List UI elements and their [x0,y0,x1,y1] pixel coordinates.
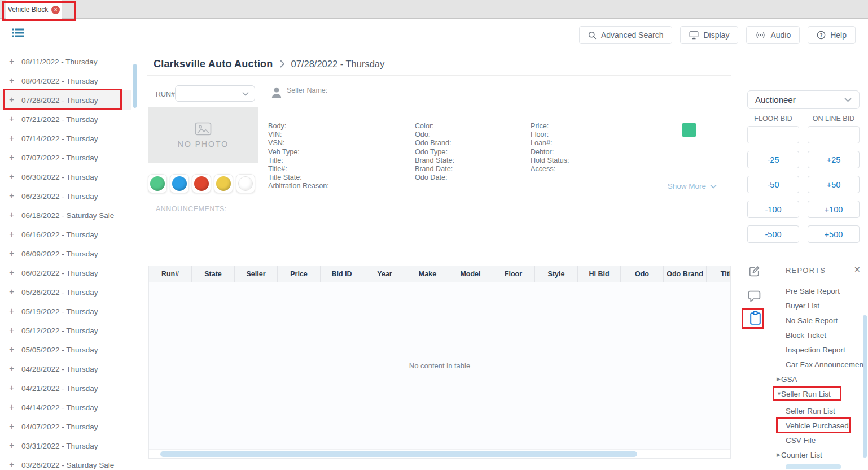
floor-bid-input[interactable] [747,126,799,143]
report-item[interactable]: No Sale Report [772,313,868,328]
report-item[interactable]: CSV File [772,433,868,447]
sidebar-item-sale-date[interactable]: +06/18/2022 - Saturday Sale [0,206,131,225]
run-number-select[interactable] [175,85,255,102]
floor-bid-decrement-button[interactable]: -50 [747,176,799,193]
edit-icon[interactable] [747,264,761,278]
sidebar-item-sale-date[interactable]: +04/14/2022 - Thursday [0,398,131,417]
reports-hscroll-thumb[interactable] [786,464,841,469]
table-column-header[interactable]: Run# [149,266,192,282]
light-button[interactable] [148,174,167,193]
sidebar-item-sale-date[interactable]: +05/26/2022 - Thursday [0,282,131,302]
online-bid-increment-button[interactable]: +500 [808,225,860,243]
sidebar-item-sale-date[interactable]: +06/02/2022 - Thursday [0,263,131,282]
expand-plus-icon[interactable]: + [9,57,21,66]
report-item[interactable]: Inspection Report [772,342,868,357]
sidebar-item-sale-date[interactable]: +06/16/2022 - Thursday [0,225,131,244]
report-group[interactable]: ▶GSA [772,372,868,386]
sidebar-item-sale-date[interactable]: +04/07/2022 - Thursday [0,417,131,436]
report-item[interactable]: Buyer List [772,298,868,313]
sidebar-item-sale-date[interactable]: +07/21/2022 - Thursday [0,110,131,129]
light-button[interactable] [192,174,211,193]
light-button[interactable] [214,174,233,193]
expand-plus-icon[interactable]: + [9,288,21,297]
report-item[interactable]: Pre Sale Report [772,284,868,298]
sidebar-item-sale-date[interactable]: +08/11/2022 - Thursday [0,52,131,71]
sidebar-item-sale-date[interactable]: +04/21/2022 - Thursday [0,378,131,398]
sidebar-item-sale-date[interactable]: +06/09/2022 - Thursday [0,244,131,263]
table-column-header[interactable]: Price [278,266,321,282]
tree-expanded-icon[interactable]: ▼ [772,391,781,397]
table-column-header[interactable]: State [192,266,235,282]
floor-bid-decrement-button[interactable]: -500 [747,225,799,243]
tab-vehicle-block[interactable]: Vehicle Block ✕ [6,0,62,19]
table-column-header[interactable]: Year [363,266,406,282]
sidebar-item-sale-date[interactable]: +04/28/2022 - Thursday [0,359,131,378]
table-column-header[interactable]: Style [535,266,578,282]
sidebar-item-sale-date[interactable]: +06/23/2022 - Thursday [0,186,131,206]
advanced-search-button[interactable]: Advanced Search [579,26,673,44]
expand-plus-icon[interactable]: + [9,326,21,335]
comment-icon[interactable] [747,289,761,302]
online-bid-increment-button[interactable]: +100 [808,201,860,218]
floor-bid-decrement-button[interactable]: -100 [747,201,799,218]
display-button[interactable]: Display [680,26,738,44]
table-column-header[interactable]: Odo [621,266,664,282]
table-column-header[interactable]: Title [707,266,730,282]
table-column-header[interactable]: Make [406,266,449,282]
report-group[interactable]: ▼Seller Run List [772,386,868,401]
sidebar-item-sale-date[interactable]: +07/28/2022 - Thursday [0,90,131,110]
online-bid-increment-button[interactable]: +50 [808,176,860,193]
report-item[interactable]: Car Fax Announcement [772,357,868,372]
expand-plus-icon[interactable]: + [9,345,21,354]
report-item[interactable]: Seller Run List [772,403,868,418]
light-button[interactable] [236,174,255,193]
clipboard-icon[interactable] [749,311,762,326]
sidebar-item-sale-date[interactable]: +05/05/2022 - Thursday [0,340,131,359]
expand-plus-icon[interactable]: + [9,230,21,239]
expand-plus-icon[interactable]: + [9,134,21,143]
table-column-header[interactable]: Model [449,266,492,282]
sidebar-item-sale-date[interactable]: +08/04/2022 - Thursday [0,71,131,90]
table-column-header[interactable]: Seller [235,266,278,282]
help-button[interactable]: ? Help [808,26,856,44]
expand-plus-icon[interactable]: + [9,249,21,258]
auctioneer-select[interactable]: Auctioneer [747,90,860,109]
sidebar-scrollbar[interactable] [133,64,137,108]
expand-plus-icon[interactable]: + [9,115,21,124]
sidebar-item-sale-date[interactable]: +03/26/2022 - Saturday Sale [0,455,131,470]
sidebar-item-sale-date[interactable]: +07/07/2022 - Thursday [0,148,131,167]
table-hscroll-thumb[interactable] [160,451,637,457]
expand-plus-icon[interactable]: + [9,192,21,201]
online-bid-input[interactable] [808,126,860,143]
table-column-header[interactable]: Hi Bid [578,266,621,282]
reports-close-icon[interactable]: ✕ [854,265,861,274]
online-bid-increment-button[interactable]: +25 [808,151,860,168]
expand-plus-icon[interactable]: + [9,268,21,277]
sidebar-item-sale-date[interactable]: +06/30/2022 - Thursday [0,167,131,186]
table-column-header[interactable]: Floor [492,266,535,282]
expand-plus-icon[interactable]: + [9,76,21,85]
sidebar-item-sale-date[interactable]: +05/12/2022 - Thursday [0,321,131,340]
expand-plus-icon[interactable]: + [9,153,21,162]
expand-plus-icon[interactable]: + [9,364,21,373]
audio-button[interactable]: Audio [746,26,800,44]
table-column-header[interactable]: Bid ID [321,266,363,282]
table-hscroll-track[interactable] [149,449,730,458]
expand-plus-icon[interactable]: + [9,95,21,105]
report-group[interactable]: ▶Counter List [772,447,868,462]
show-more-link[interactable]: Show More [643,182,717,190]
expand-plus-icon[interactable]: + [9,422,21,431]
table-column-header[interactable]: Odo Brand [664,266,707,282]
tab-close-icon[interactable]: ✕ [51,6,60,14]
report-item[interactable]: Block Ticket [772,328,868,342]
tree-collapsed-icon[interactable]: ▶ [772,376,781,382]
sidebar-item-sale-date[interactable]: +05/19/2022 - Thursday [0,302,131,321]
floor-bid-decrement-button[interactable]: -25 [747,151,799,168]
expand-plus-icon[interactable]: + [9,307,21,316]
reports-vscroll-thumb[interactable] [863,315,867,458]
expand-plus-icon[interactable]: + [9,384,21,393]
expand-plus-icon[interactable]: + [9,403,21,412]
expand-plus-icon[interactable]: + [9,441,21,450]
report-item[interactable]: Vehicle Purchased [772,418,868,433]
sidebar-item-sale-date[interactable]: +03/31/2022 - Thursday [0,436,131,455]
